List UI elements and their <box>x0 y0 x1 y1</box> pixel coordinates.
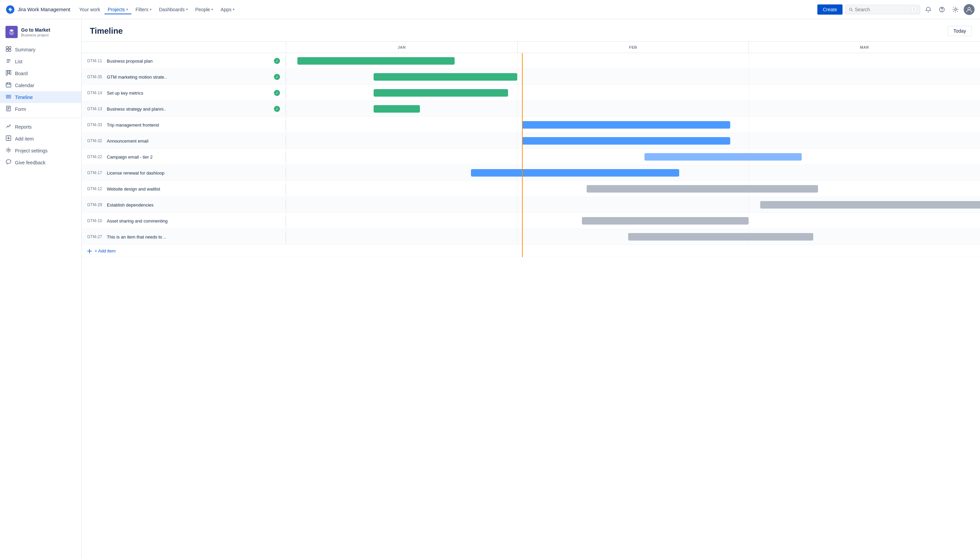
topnav: Jira Work Management Your work Projects … <box>0 0 980 19</box>
page-title: Timeline <box>90 26 123 36</box>
timeline-container[interactable]: JAN FEB MAR GTM-11Business proposal plan… <box>82 42 980 558</box>
item-id: GTM-12 <box>87 187 103 191</box>
notifications-button[interactable] <box>923 4 934 15</box>
table-row[interactable]: GTM-17License renewal for dashloop <box>82 165 980 181</box>
sidebar-divider <box>0 118 81 118</box>
user-icon <box>966 7 972 13</box>
calendar-icon <box>5 82 11 89</box>
sidebar-item-list[interactable]: List <box>0 56 81 67</box>
item-id: GTM-33 <box>87 123 103 127</box>
sidebar-item-label: Board <box>15 71 28 76</box>
help-icon <box>939 7 945 13</box>
item-id: GTM-27 <box>87 235 103 239</box>
search-input[interactable] <box>855 7 909 12</box>
nav-people[interactable]: People ▾ <box>192 5 217 14</box>
create-button[interactable]: Create <box>817 5 842 15</box>
gantt-bar[interactable] <box>760 201 980 208</box>
gantt-bar[interactable] <box>297 57 455 65</box>
add-item-icon <box>5 135 11 142</box>
settings-button[interactable] <box>950 4 961 15</box>
svg-rect-6 <box>6 47 8 49</box>
svg-rect-14 <box>8 71 9 74</box>
nav-projects[interactable]: Projects ▾ <box>105 5 132 14</box>
nav-your-work[interactable]: Your work <box>76 5 104 14</box>
sidebar-item-summary[interactable]: Summary <box>0 44 81 56</box>
item-name: Asset sharing and commenting <box>107 218 167 223</box>
nav-apps[interactable]: Apps ▾ <box>217 5 238 14</box>
nav-filters[interactable]: Filters ▾ <box>132 5 155 14</box>
app-layout: Go to Market Business project Summary Li… <box>0 19 980 558</box>
done-icon: ✓ <box>274 106 280 112</box>
gantt-bar[interactable] <box>374 105 420 113</box>
search-shortcut-key: / <box>911 7 916 12</box>
item-id: GTM-29 <box>87 202 103 207</box>
summary-icon <box>5 46 11 53</box>
timeline-header: JAN FEB MAR <box>82 42 980 53</box>
sidebar-item-add-item[interactable]: Add item <box>0 133 81 144</box>
nav-dashboards[interactable]: Dashboards ▾ <box>156 5 191 14</box>
gantt-bar[interactable] <box>645 153 802 161</box>
item-name: Trip management frontend <box>107 123 159 128</box>
project-header[interactable]: Go to Market Business project <box>0 23 81 44</box>
item-name: This is an item that needs to .. <box>107 235 166 240</box>
search-box[interactable]: / <box>845 5 920 14</box>
help-button[interactable] <box>936 4 947 15</box>
svg-rect-13 <box>6 71 8 75</box>
sidebar-item-form[interactable]: Form <box>0 103 81 115</box>
bell-icon <box>925 7 931 13</box>
table-row[interactable]: GTM-12Website design and waitlist <box>82 181 980 197</box>
item-id: GTM-17 <box>87 171 103 175</box>
user-avatar[interactable] <box>964 4 975 15</box>
done-icon: ✓ <box>274 90 280 96</box>
chevron-down-icon: ▾ <box>186 8 188 11</box>
done-icon: ✓ <box>274 74 280 80</box>
sidebar-item-timeline[interactable]: Timeline <box>0 91 81 103</box>
gantt-bar[interactable] <box>374 89 508 97</box>
project-name: Go to Market <box>21 27 50 33</box>
sidebar-item-give-feedback[interactable]: Give feedback <box>0 156 81 168</box>
sidebar-item-calendar[interactable]: Calendar <box>0 79 81 91</box>
item-id: GTM-11 <box>87 59 103 63</box>
gantt-bar[interactable] <box>374 73 517 80</box>
table-row[interactable]: GTM-10Asset sharing and commenting <box>82 213 980 229</box>
sidebar-item-board[interactable]: Board <box>0 67 81 79</box>
add-item-row[interactable]: + Add item <box>82 245 980 257</box>
sidebar-item-label: Timeline <box>15 95 33 100</box>
gantt-bar[interactable] <box>582 217 749 225</box>
item-id: GTM-10 <box>87 218 103 223</box>
app-logo[interactable]: Jira Work Management <box>5 5 71 14</box>
month-jan: JAN <box>286 42 517 53</box>
add-item-label: + Add item <box>95 248 116 253</box>
today-button[interactable]: Today <box>948 26 972 36</box>
timeline-icon <box>5 94 11 100</box>
table-row[interactable]: GTM-32Announcement email <box>82 133 980 149</box>
item-id: GTM-32 <box>87 138 103 143</box>
table-row[interactable]: GTM-22Campaign email - tier 2 <box>82 149 980 165</box>
gantt-bar[interactable] <box>628 233 813 241</box>
gantt-bar[interactable] <box>587 185 818 192</box>
gantt-bar[interactable] <box>522 121 730 129</box>
gantt-bar[interactable] <box>522 137 730 144</box>
sidebar-item-label: Add item <box>15 136 34 141</box>
svg-point-4 <box>954 8 956 10</box>
table-row[interactable]: GTM-33Trip management frontend <box>82 117 980 133</box>
table-row[interactable]: GTM-29Establish dependencies <box>82 197 980 213</box>
sidebar-item-label: Project settings <box>15 148 48 153</box>
svg-point-3 <box>942 11 942 11</box>
topnav-right: / <box>845 4 975 15</box>
table-row[interactable]: GTM-35GTM marketing motion strate..✓ <box>82 69 980 85</box>
item-name: License renewal for dashloop <box>107 171 164 176</box>
done-icon: ✓ <box>274 58 280 64</box>
sidebar-item-project-settings[interactable]: Project settings <box>0 144 81 156</box>
table-row[interactable]: GTM-27This is an item that needs to .. <box>82 229 980 245</box>
gantt-bar[interactable] <box>471 169 679 177</box>
item-name: Set up key metrics <box>107 90 143 95</box>
table-row[interactable]: GTM-14Set up key metrics✓ <box>82 85 980 101</box>
table-row[interactable]: GTM-11Business proposal plan✓ <box>82 53 980 69</box>
table-row[interactable]: GTM-13Business strategy and planni..✓ <box>82 101 980 117</box>
add-icon <box>87 249 92 253</box>
sidebar-item-reports[interactable]: Reports <box>0 121 81 133</box>
item-id: GTM-13 <box>87 107 103 111</box>
gear-icon <box>952 7 959 13</box>
item-name: Business strategy and planni.. <box>107 107 166 112</box>
